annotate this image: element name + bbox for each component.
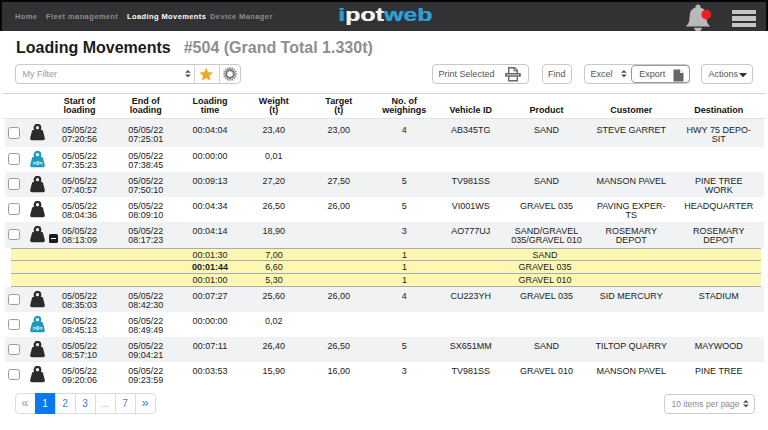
svg-text:>0<: >0< bbox=[33, 159, 44, 165]
svg-text:>0<: >0< bbox=[33, 324, 44, 330]
